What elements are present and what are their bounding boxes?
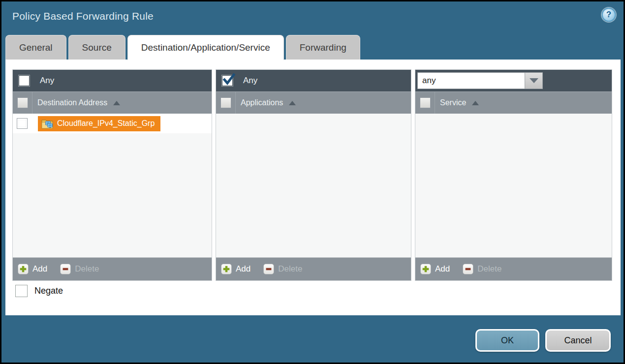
sort-ascending-icon bbox=[113, 101, 120, 105]
cancel-button[interactable]: Cancel bbox=[545, 329, 611, 352]
plus-icon bbox=[420, 264, 431, 274]
service-dropdown-bar: any bbox=[415, 70, 612, 91]
applications-select-all-checkbox[interactable] bbox=[220, 97, 231, 108]
tab-general-label: General bbox=[19, 42, 53, 53]
applications-any-checkbox[interactable] bbox=[221, 75, 233, 87]
applications-footer: Add Delete bbox=[216, 257, 411, 280]
destination-add-button[interactable]: Add bbox=[18, 264, 47, 274]
tab-source-label: Source bbox=[82, 42, 112, 53]
tab-bar: General Source Destination/Application/S… bbox=[5, 35, 360, 60]
plus-icon bbox=[18, 264, 29, 274]
destination-select-all-checkbox[interactable] bbox=[17, 97, 28, 108]
negate-checkbox[interactable] bbox=[15, 285, 28, 297]
destination-item-cloudflare-group[interactable]: Cloudflare_IPv4_Static_Grp bbox=[38, 116, 160, 131]
sort-ascending-icon bbox=[472, 101, 479, 105]
service-select-all-checkbox[interactable] bbox=[420, 97, 431, 108]
service-delete-button[interactable]: Delete bbox=[463, 264, 501, 274]
applications-column-header[interactable]: Applications bbox=[241, 98, 283, 107]
applications-add-button[interactable]: Add bbox=[221, 264, 250, 274]
applications-header-row: Applications bbox=[216, 91, 411, 114]
service-dropdown-button[interactable] bbox=[525, 72, 543, 89]
applications-delete-button[interactable]: Delete bbox=[263, 264, 302, 274]
negate-row: Negate bbox=[15, 285, 63, 297]
tab-source[interactable]: Source bbox=[68, 35, 125, 60]
destination-address-header-row: Destination Address bbox=[13, 91, 212, 114]
destination-delete-button[interactable]: Delete bbox=[60, 264, 99, 274]
applications-delete-label: Delete bbox=[278, 264, 302, 274]
tab-general[interactable]: General bbox=[5, 35, 66, 60]
help-icon[interactable]: ? bbox=[602, 8, 616, 22]
tab-forwarding[interactable]: Forwarding bbox=[286, 35, 360, 60]
applications-any-label: Any bbox=[243, 76, 257, 86]
chevron-down-icon bbox=[530, 78, 538, 83]
destination-add-label: Add bbox=[32, 264, 47, 274]
destination-any-checkbox[interactable] bbox=[18, 75, 30, 87]
minus-icon bbox=[263, 264, 274, 274]
tab-destination-application-service-label: Destination/Application/Service bbox=[141, 42, 270, 53]
dialog-title: Policy Based Forwarding Rule bbox=[12, 10, 154, 22]
applications-header-checkbox-cell bbox=[216, 92, 236, 114]
applications-add-label: Add bbox=[236, 264, 250, 274]
dialog-titlebar: Policy Based Forwarding Rule ? bbox=[1, 1, 624, 35]
service-header-checkbox-cell bbox=[415, 92, 435, 114]
destination-address-list: Cloudflare_IPv4_Static_Grp bbox=[13, 114, 212, 257]
destination-any-label: Any bbox=[40, 76, 54, 86]
service-list bbox=[415, 114, 612, 257]
minus-icon bbox=[463, 264, 473, 274]
service-dropdown: any bbox=[417, 72, 543, 89]
destination-delete-label: Delete bbox=[75, 264, 99, 274]
tab-forwarding-label: Forwarding bbox=[300, 42, 346, 53]
service-column-header[interactable]: Service bbox=[440, 98, 466, 107]
destination-footer: Add Delete bbox=[13, 257, 212, 280]
service-add-label: Add bbox=[435, 264, 450, 274]
service-add-button[interactable]: Add bbox=[420, 264, 450, 274]
service-header-row: Service bbox=[415, 91, 612, 114]
tab-destination-application-service[interactable]: Destination/Application/Service bbox=[127, 35, 284, 60]
tab-content-panel: Any Destination Address bbox=[5, 60, 621, 315]
applications-column: Any Applications Add D bbox=[216, 69, 411, 281]
service-dropdown-value[interactable]: any bbox=[417, 72, 525, 89]
destination-any-bar: Any bbox=[13, 70, 212, 91]
policy-based-forwarding-dialog: Policy Based Forwarding Rule ? General S… bbox=[0, 0, 625, 364]
destination-address-column: Any Destination Address bbox=[12, 69, 212, 281]
table-row: Cloudflare_IPv4_Static_Grp bbox=[13, 114, 212, 133]
destination-item-checkbox[interactable] bbox=[17, 118, 28, 129]
destination-header-checkbox-cell bbox=[13, 92, 32, 114]
plus-icon bbox=[221, 264, 232, 274]
service-column: any Service Add bbox=[415, 69, 612, 281]
address-group-icon bbox=[41, 118, 53, 129]
applications-any-bar: Any bbox=[216, 70, 411, 91]
applications-list bbox=[216, 114, 411, 257]
service-footer: Add Delete bbox=[415, 257, 612, 280]
negate-label: Negate bbox=[34, 286, 63, 296]
service-delete-label: Delete bbox=[477, 264, 501, 274]
destination-address-column-header[interactable]: Destination Address bbox=[37, 98, 107, 107]
sort-ascending-icon bbox=[289, 101, 296, 105]
destination-item-label: Cloudflare_IPv4_Static_Grp bbox=[57, 119, 155, 128]
ok-button[interactable]: OK bbox=[475, 329, 539, 352]
minus-icon bbox=[60, 264, 71, 274]
